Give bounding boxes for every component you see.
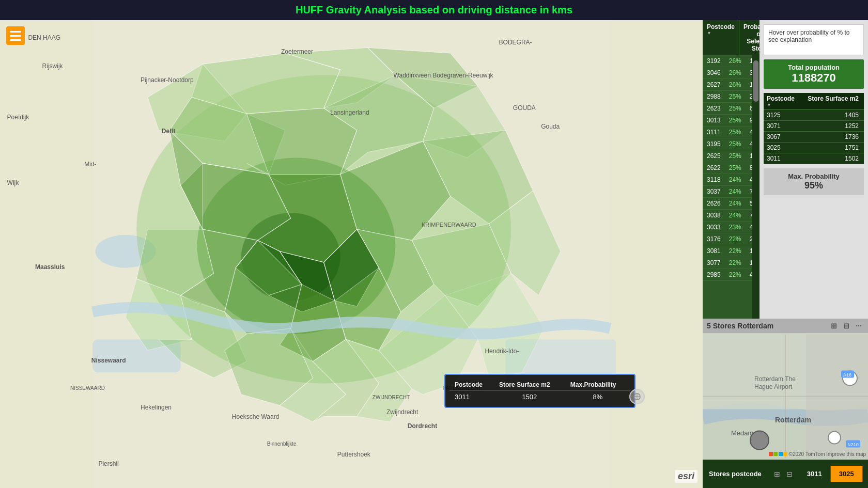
ms-logo [769,452,787,458]
max-prob-value: 95% [768,180,860,191]
grid-icon[interactable]: ⊟ [841,321,851,331]
td-postcode: 2626 [703,198,725,209]
td-probability: 25% [725,127,746,138]
info-panel: Hover over probability of % to see expla… [760,20,868,319]
filter-icon[interactable]: ⊞ [829,321,839,331]
hover-text: Hover over probability of % to see expla… [768,29,849,43]
bottom-map-title-bar: 5 Stores Rotterdam ⊞ ⊟ ··· [703,319,868,333]
store-surface-rows: 3125 1405 3071 1252 3067 1736 3025 1751 … [764,110,864,164]
table-row: 2626 24% 55 [703,198,752,210]
data-table-panel: Postcode ▼ Probability of Selected Store… [703,20,760,319]
map-cursor-icon [629,389,645,404]
bottom-grid-icon[interactable]: ⊟ [784,469,795,479]
td-postcode: 3077 [703,257,725,269]
store-tab-3011[interactable]: 3011 [799,466,831,482]
td-probability: 22% [725,245,746,257]
scrollbar-thumb[interactable] [753,60,758,102]
store-surface-row: 3011 1502 [764,153,864,164]
ss-surface: 1736 [798,133,861,140]
td-probability: 26% [725,79,746,90]
td-probability: 24% [725,186,746,197]
bottom-mini-map[interactable]: Rotterdam The Hague Airport Rotterdam Me… [703,333,868,460]
table-body[interactable]: 3192 26% 12160 3046 26% 345 2627 26% 125… [703,55,752,319]
tomtom-credit-text: ©2020 TomTom Improve this map [789,451,866,457]
table-row: 3077 22% 17790 [703,257,752,269]
ss-postcode: 3011 [767,155,798,162]
store-surface-row: 3125 1405 [764,110,864,121]
td-postcode: 3118 [703,174,725,185]
tooltip-postcode-header: Postcode [450,379,494,391]
col-probability-header: Probability of Selected Store [739,20,760,55]
total-population-box: Total population 1188270 [764,59,864,89]
ss-postcode: 3025 [767,144,798,151]
td-postcode: 2627 [703,79,725,90]
td-probability: 24% [725,198,746,209]
table-row: 2622 25% 8085 [703,162,752,174]
store-tabs[interactable]: 30113025306730713125 [799,466,868,482]
td-population: 980 [746,115,752,126]
td-postcode: 3033 [703,222,725,233]
table-scrollbar[interactable] [752,55,760,319]
table-row: 3033 23% 4605 [703,222,752,233]
td-population: 7920 [746,210,752,221]
store-tab-3025[interactable]: 3025 [831,466,863,482]
ss-surface: 1502 [798,155,861,162]
main-map[interactable]: DEN HAAG Rijswijk Pijnacker-Nootdorp Zoe… [0,20,703,488]
table-row: 2625 25% 13670 [703,150,752,162]
svg-text:Rotterdam: Rotterdam [775,416,811,424]
ss-surface: 1751 [798,144,861,151]
td-probability: 25% [725,138,746,150]
table-row: 3046 26% 345 [703,67,752,79]
store-surface-row: 3071 1252 [764,121,864,132]
ss-postcode: 3071 [767,122,798,130]
tooltip-surface-value: 1502 [494,391,565,403]
td-postcode: 3192 [703,55,725,67]
table-row: 3118 24% 4785 [703,174,752,186]
svg-text:Medam: Medam [731,429,753,437]
max-prob-label: Max. Probability [768,172,860,180]
td-probability: 25% [725,91,746,102]
menu-button[interactable] [6,26,25,45]
td-population: 2620 [746,233,752,245]
ss-postcode: 3125 [767,112,798,119]
td-population: 4720 [746,127,752,138]
tooltip-postcode-value: 3011 [450,391,494,403]
total-pop-label: Total population [768,64,860,71]
table-row: 3176 22% 2620 [703,233,752,245]
max-probability-box: Max. Probability 95% [764,168,864,195]
hamburger-line [10,35,21,37]
tooltip-maxprob-header: Max.Probability [565,379,630,391]
td-probability: 25% [725,115,746,126]
td-probability: 26% [725,55,746,67]
bottom-map-svg: Rotterdam The Hague Airport Rotterdam Me… [703,333,868,460]
page-header: HUFF Gravity Analysis based on driving d… [0,0,868,20]
td-population: 13670 [746,150,752,162]
more-icon[interactable]: ··· [854,321,864,331]
table-row: 2627 26% 1250 [703,79,752,91]
tooltip-maxprob-value: 8% [565,391,630,403]
store-surface-panel: Postcode ▼ Store Surface m2 3125 1405 30… [764,93,864,164]
td-population: 2750 [746,91,752,102]
td-population: 4785 [746,174,752,185]
svg-text:Rotterdam The: Rotterdam The [754,375,796,383]
bottom-filter-icon[interactable]: ⊞ [772,469,782,479]
hamburger-line [10,31,21,33]
svg-point-51 [750,431,769,450]
td-probability: 23% [725,222,746,233]
bottom-bar-icons[interactable]: ⊞ ⊟ [768,469,799,479]
table-row: 3081 22% 12310 [703,245,752,257]
table-row: 3013 25% 980 [703,115,752,127]
store-tab-3067[interactable]: 3067 [863,466,868,482]
td-probability: 22% [725,257,746,269]
table-row: 3037 24% 7680 [703,186,752,198]
td-population: 12310 [746,245,752,257]
store-surface-header: Postcode ▼ Store Surface m2 [764,93,864,110]
map-tool-icons[interactable]: ⊞ ⊟ ··· [829,321,864,331]
map-svg [0,20,703,488]
td-population: 4675 [746,269,752,280]
hamburger-line [10,39,21,41]
td-population: 1250 [746,79,752,90]
tomtom-credit: ©2020 TomTom Improve this map [769,451,866,458]
bottom-map-title-text: 5 Stores Rotterdam [707,322,773,330]
table-row: 3192 26% 12160 [703,55,752,67]
